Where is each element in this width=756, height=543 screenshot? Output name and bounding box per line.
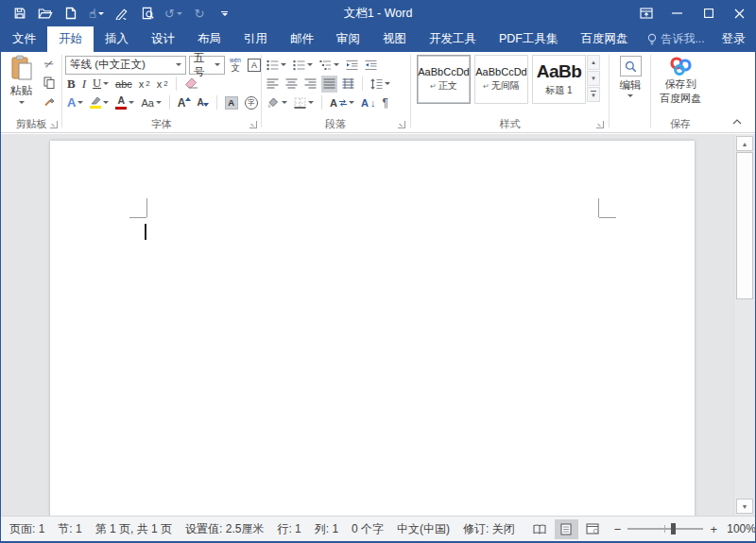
bullets-button[interactable] [265, 57, 288, 74]
shrink-font-button[interactable]: A [196, 94, 211, 111]
increase-indent-button[interactable] [363, 57, 379, 74]
tab-developer[interactable]: 开发工具 [418, 26, 488, 52]
redo-button[interactable]: ↻ [191, 4, 208, 23]
strikethrough-button[interactable]: abc [113, 76, 134, 93]
style-scroll-down-button[interactable]: ▼ [587, 71, 600, 86]
borders-button[interactable] [292, 94, 316, 111]
minimize-button[interactable] [662, 0, 693, 26]
status-line[interactable]: 行: 1 [277, 521, 301, 537]
style-normal[interactable]: AaBbCcDd ↵正文 [417, 55, 471, 104]
editing-menu-button[interactable]: 编辑 [616, 56, 644, 97]
subscript-button[interactable]: x2 [137, 76, 152, 93]
status-page[interactable]: 页面: 1 [9, 521, 44, 537]
styles-dialog-launcher[interactable] [596, 121, 604, 128]
line-spacing-button[interactable] [369, 76, 392, 93]
italic-button[interactable]: I [80, 76, 88, 93]
status-margin-setting[interactable]: 设置值: 2.5厘米 [185, 521, 264, 537]
scroll-down-button[interactable]: ▼ [736, 499, 753, 514]
style-no-spacing[interactable]: AaBbCcDd ↵无间隔 [474, 55, 528, 104]
vertical-scrollbar[interactable]: ▲ ▼ [733, 134, 754, 516]
save-to-baidu-button[interactable]: 保存到 百度网盘 [654, 55, 707, 106]
scroll-up-button[interactable]: ▲ [736, 136, 753, 151]
tab-review[interactable]: 审阅 [325, 26, 371, 52]
tab-view[interactable]: 视图 [371, 26, 418, 52]
status-track-changes[interactable]: 修订: 关闭 [463, 521, 515, 537]
undo-button[interactable]: ↺ [164, 4, 182, 23]
sort-button[interactable]: A ↓ [359, 94, 377, 111]
asian-layout-button[interactable]: A [328, 94, 356, 111]
style-heading-1[interactable]: AaBb 标题 1 [532, 55, 586, 104]
tab-file[interactable]: 文件 [1, 26, 47, 52]
document-area[interactable]: ▲ ▼ [1, 134, 755, 516]
multilevel-list-button[interactable] [318, 57, 341, 74]
collapse-ribbon-button[interactable] [730, 116, 744, 127]
web-layout-button[interactable] [581, 519, 605, 539]
character-shading-button[interactable]: A [223, 94, 240, 111]
clipboard-dialog-launcher[interactable] [50, 121, 58, 128]
decrease-indent-button[interactable] [344, 57, 360, 74]
status-language[interactable]: 中文(中国) [397, 521, 450, 537]
underline-button[interactable]: U [91, 76, 111, 93]
print-preview-button[interactable] [139, 4, 156, 23]
align-left-button[interactable] [265, 76, 281, 93]
shading-button[interactable] [265, 94, 289, 111]
show-hide-marks-button[interactable]: ¶ [380, 94, 389, 111]
tab-layout[interactable]: 布局 [186, 26, 232, 52]
maximize-button[interactable] [693, 0, 724, 26]
customize-qat-button[interactable] [216, 4, 233, 23]
tab-design[interactable]: 设计 [140, 26, 186, 52]
ribbon-display-options-button[interactable] [630, 0, 662, 26]
scrollbar-thumb[interactable] [736, 152, 753, 299]
copy-button[interactable] [40, 74, 59, 91]
font-dialog-launcher[interactable] [249, 121, 257, 128]
distribute-button[interactable] [340, 76, 356, 93]
tab-mailings[interactable]: 邮件 [279, 26, 325, 52]
zoom-level[interactable]: 100% [724, 522, 756, 535]
status-column[interactable]: 列: 1 [315, 521, 338, 537]
tell-me-button[interactable]: 告诉我... [640, 26, 713, 52]
grow-font-button[interactable]: A [176, 94, 193, 111]
font-size-combo[interactable]: 五号 [189, 56, 225, 75]
enclose-characters-button[interactable]: 字 [243, 94, 260, 111]
phonetic-guide-button[interactable]: wén 文 [228, 57, 243, 74]
print-layout-button[interactable] [555, 519, 578, 539]
text-highlight-button[interactable] [88, 94, 111, 111]
paste-button[interactable]: 粘贴 [7, 55, 36, 113]
read-mode-button[interactable] [528, 519, 552, 539]
new-document-button[interactable] [62, 4, 79, 23]
font-name-combo[interactable]: 等线 (中文正文) [65, 56, 186, 75]
clear-formatting-button[interactable] [182, 76, 201, 93]
cut-button[interactable]: ✂ [40, 56, 59, 73]
bold-button[interactable]: B [65, 76, 77, 93]
tab-references[interactable]: 引用 [232, 26, 279, 52]
status-page-of[interactable]: 第 1 页, 共 1 页 [95, 521, 172, 537]
justify-button[interactable] [321, 76, 337, 93]
open-button[interactable] [37, 4, 54, 23]
tab-pdf-tools[interactable]: PDF工具集 [488, 26, 570, 52]
tab-insert[interactable]: 插入 [94, 26, 140, 52]
zoom-slider[interactable] [627, 528, 703, 530]
sign-in-button[interactable]: 登录 [713, 26, 755, 52]
format-painter-button[interactable] [40, 92, 59, 109]
spelling-grammar-button[interactable] [113, 4, 130, 23]
zoom-out-button[interactable]: − [614, 522, 622, 536]
align-center-button[interactable] [284, 76, 300, 93]
font-color-button[interactable]: A [113, 94, 136, 111]
tab-baidu-netdisk[interactable]: 百度网盘 [570, 26, 640, 52]
superscript-button[interactable]: x2 [155, 76, 170, 93]
style-gallery-more-button[interactable]: ▼ [587, 87, 600, 102]
document-page[interactable] [50, 141, 695, 516]
text-effects-button[interactable]: A [65, 94, 85, 111]
tab-home[interactable]: 开始 [47, 26, 94, 52]
change-case-button[interactable]: Aa [139, 94, 163, 111]
style-scroll-up-button[interactable]: ▲ [587, 55, 600, 70]
touch-mouse-mode-button[interactable]: ☝ [88, 4, 105, 23]
numbering-button[interactable] [291, 57, 315, 74]
align-right-button[interactable] [302, 76, 318, 93]
status-section[interactable]: 节: 1 [58, 521, 81, 537]
status-word-count[interactable]: 0 个字 [352, 521, 384, 537]
zoom-slider-thumb[interactable] [671, 523, 676, 535]
save-button[interactable] [11, 4, 28, 23]
zoom-in-button[interactable]: + [710, 522, 717, 536]
close-button[interactable] [724, 0, 755, 26]
